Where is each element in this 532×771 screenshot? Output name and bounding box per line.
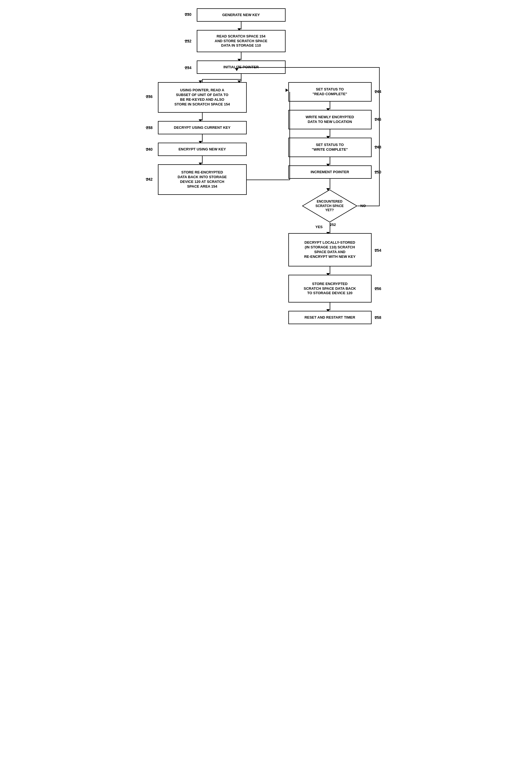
arrow-256-258 (330, 303, 330, 310)
dash-258: — (374, 315, 378, 319)
node-252: ENCOUNTERED SCRATCH SPACE YET? (302, 189, 357, 223)
arrow-250-252 (330, 179, 330, 189)
arrow-244-246 (330, 102, 330, 109)
connector-234-left (202, 79, 241, 80)
arrow-240-242 (202, 156, 203, 164)
node-248: SET STATUS TO "WRITE COMPLETE" (288, 138, 372, 157)
node-238: DECRYPT USING CURRENT KEY (158, 121, 247, 134)
dash-236: — (146, 94, 150, 98)
dash-254: — (374, 248, 378, 252)
arrow-248-250 (330, 157, 330, 165)
arrow-238-240 (202, 134, 203, 142)
dash-248: — (374, 144, 378, 149)
node-238-text: DECRYPT USING CURRENT KEY (174, 125, 231, 130)
connector-234-to-236 (202, 79, 203, 82)
dash-232: — (185, 38, 188, 43)
node-230-text: GENERATE NEW KEY (222, 13, 260, 17)
dash-250: — (374, 169, 378, 174)
label-252: 252 (330, 223, 336, 227)
node-254: DECRYPT LOCALLY-STORED (IN STORAGE 110) … (288, 233, 372, 266)
dash-240: — (146, 147, 150, 151)
node-236: USING POINTER, READ A SUBSET OF UNIT OF … (158, 82, 247, 113)
dash-238: — (146, 125, 150, 129)
node-258-text: RESET AND RESTART TIMER (304, 315, 355, 320)
node-242-text: STORE RE-ENCRYPTED DATA BACK INTO STORAG… (178, 170, 227, 189)
arrow-no-left (238, 67, 379, 68)
node-252-text: ENCOUNTERED SCRATCH SPACE YET? (316, 200, 344, 212)
arrowhead-no-down (235, 68, 238, 71)
node-256-text: STORE ENCRYPTED SCRATCH SPACE DATA BACK … (304, 282, 356, 296)
arrow-254-256 (330, 266, 330, 274)
dash-256: — (374, 286, 378, 290)
node-232-text: READ SCRATCH SPACE 154 AND STORE SCRATCH… (215, 34, 268, 48)
dash-234: — (185, 65, 188, 69)
node-246: WRITE NEWLY ENCRYPTED DATA TO NEW LOCATI… (288, 110, 372, 129)
node-244: SET STATUS TO "READ COMPLETE" (288, 82, 372, 102)
node-230: GENERATE NEW KEY (197, 8, 286, 22)
node-258: RESET AND RESTART TIMER (288, 311, 372, 324)
connector-242-up (289, 92, 290, 180)
connector-242-right (247, 180, 290, 180)
node-242: STORE RE-ENCRYPTED DATA BACK INTO STORAG… (158, 164, 247, 195)
arrow-246-248 (330, 129, 330, 137)
node-248-text: SET STATUS TO "WRITE COMPLETE" (312, 143, 348, 152)
node-250: INCREMENT POINTER (288, 165, 372, 179)
arrowhead-to-236 (199, 80, 202, 83)
yes-label: YES (316, 225, 323, 229)
node-246-text: WRITE NEWLY ENCRYPTED DATA TO NEW LOCATI… (306, 115, 354, 124)
node-244-text: SET STATUS TO "READ COMPLETE" (312, 87, 347, 97)
connector-234-down (241, 74, 241, 79)
dash-246: — (374, 117, 378, 121)
arrow-236-238 (202, 113, 203, 120)
node-254-text: DECRYPT LOCALLY-STORED (IN STORAGE 110) … (304, 240, 355, 259)
node-232: READ SCRATCH SPACE 154 AND STORE SCRATCH… (197, 30, 286, 52)
node-250-text: INCREMENT POINTER (311, 170, 349, 175)
node-240-text: ENCRYPT USING NEW KEY (178, 147, 226, 152)
node-236-text: USING POINTER, READ A SUBSET OF UNIT OF … (174, 88, 230, 107)
dash-230: — (185, 12, 188, 16)
arrow-no-right (357, 206, 380, 206)
arrowhead-to-244 (286, 89, 288, 92)
node-240: ENCRYPT USING NEW KEY (158, 143, 247, 156)
dash-244: — (374, 89, 378, 93)
dash-242: — (146, 177, 150, 181)
arrow-252yes-254 (330, 223, 330, 233)
arrow-no-up (379, 67, 380, 206)
arrow-232-234 (241, 52, 241, 60)
node-256: STORE ENCRYPTED SCRATCH SPACE DATA BACK … (288, 275, 372, 303)
arrow-230-232 (241, 22, 241, 29)
